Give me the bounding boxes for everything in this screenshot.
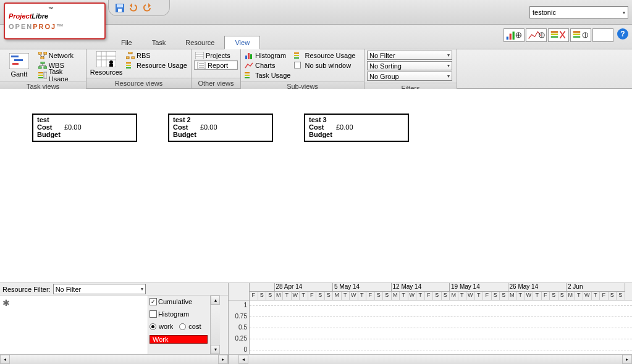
day-cell: W [292,292,300,300]
charts-button[interactable]: Charts [243,60,292,70]
resource-usage-sub-button[interactable]: Resource Usage [293,51,356,60]
week-band: 2 Jun [567,283,625,292]
resource-usage-icon [126,62,135,69]
sorting-selector[interactable]: No Sorting▾ [367,61,452,70]
svg-rect-17 [573,34,580,35]
resources-button[interactable]: Resources [89,51,124,77]
menu-task[interactable]: Task [142,36,176,49]
scroll-left-icon[interactable]: ◂ [0,355,10,364]
day-cell: S [375,292,384,300]
left-hscroll[interactable]: ◂ ▸ [0,354,228,364]
group-selector[interactable]: No Group▾ [367,72,452,81]
right-hscroll[interactable]: ◂ ▸ [229,354,632,364]
svg-rect-49 [126,57,129,59]
ribbon: Gantt Network WBS Task Usage Task views … [0,49,632,89]
svg-rect-27 [41,57,44,59]
histogram-button[interactable]: Histogram [243,51,292,60]
svg-rect-62 [248,53,250,59]
svg-rect-40 [44,72,47,78]
day-cell: M [275,292,284,300]
project-selector[interactable]: testonic ▾ [529,6,628,19]
svg-rect-16 [573,31,580,32]
network-button[interactable]: Network [37,51,83,60]
menu-resource[interactable]: Resource [175,36,224,49]
rbs-button[interactable]: RBS [125,51,188,60]
resource-filter-label: Resource Filter: [2,286,51,293]
work-radio[interactable] [150,323,156,330]
svg-rect-47 [109,64,113,67]
scroll-right-icon[interactable]: ▸ [218,355,228,364]
no-sub-window-checkbox-icon [294,62,301,68]
day-cell: T [458,292,467,300]
usage-view-icon[interactable] [548,28,569,42]
main-menu: File Task Resource View [111,25,260,49]
resource-usage-button[interactable]: Resource Usage [125,60,188,70]
scroll-left-icon[interactable]: ◂ [238,355,248,364]
rbs-icon [126,52,135,59]
cost-radio[interactable] [179,323,186,330]
options-scrollbar[interactable]: ▴ ▾ [210,296,220,354]
scroll-up-icon[interactable]: ▴ [211,296,220,305]
chart-view-icon[interactable] [503,28,525,42]
day-cell: M [450,292,458,300]
help-button[interactable]: ? [617,28,628,39]
report-canvas[interactable]: test Cost£0.00 Budget test 2 Cost£0.00 B… [0,89,632,280]
work-series-label[interactable]: Work [150,335,208,344]
quick-access-toolbar [108,0,170,16]
save-icon[interactable] [115,3,125,13]
day-cell: T [516,292,525,300]
histogram-view-icon[interactable] [526,28,547,42]
resource-usage-view-icon[interactable] [570,28,591,42]
resource-list-item[interactable]: ✱ [2,298,10,308]
no-sub-window-button[interactable]: No sub window [293,60,356,70]
task-usage-button[interactable]: Task Usage [37,70,83,80]
task-node[interactable]: test 2 Cost£0.00 Budget [168,114,273,142]
day-cell: W [525,292,534,300]
svg-rect-50 [132,57,135,59]
chevron-down-icon: ▾ [141,286,143,292]
day-cell: F [483,292,492,300]
svg-rect-32 [44,67,47,68]
task-usage-sub-button[interactable]: Task Usage [243,70,292,80]
cumulative-checkbox[interactable]: ✓Cumulative [150,298,209,305]
histogram-checkbox[interactable]: Histogram [150,310,209,318]
blank-view-icon[interactable] [592,28,613,42]
resource-list[interactable]: ✱ [0,296,148,354]
chevron-down-icon: ▾ [447,63,450,68]
svg-rect-68 [294,55,299,56]
report-button[interactable]: Report [194,60,238,70]
group-label-other-views: Other views [192,78,240,88]
svg-rect-23 [14,59,23,61]
gantt-label: Gantt [11,70,27,78]
redo-icon[interactable] [142,3,152,13]
day-cell: T [475,292,484,300]
week-band: 26 May 14 [508,283,567,292]
svg-rect-63 [250,54,252,59]
gantt-button[interactable]: Gantt [2,51,36,80]
filter-selector[interactable]: No Filter▾ [367,51,452,60]
projects-button[interactable]: Projects [194,51,238,60]
chevron-down-icon: ▾ [447,52,450,58]
svg-rect-24 [12,63,19,65]
resource-filter-selector[interactable]: No Filter▾ [53,284,146,294]
week-band: 5 May 14 [333,283,392,292]
day-cell: T [533,292,542,300]
chart-grid[interactable] [250,300,632,354]
svg-rect-65 [245,75,250,76]
resources-label: Resources [90,68,123,76]
scroll-right-icon[interactable]: ▸ [622,355,632,364]
scroll-down-icon[interactable]: ▾ [211,345,220,354]
task-node[interactable]: test 3 Cost£0.00 Budget [304,114,409,142]
svg-rect-48 [129,52,132,54]
task-node[interactable]: test Cost£0.00 Budget [32,114,137,142]
project-selector-value: testonic [533,9,556,16]
svg-rect-30 [41,62,44,64]
menu-file[interactable]: File [111,36,142,49]
day-cell: W [350,292,358,300]
wbs-icon [38,62,47,69]
svg-rect-4 [510,34,512,40]
task-usage-icon [38,72,47,79]
menu-view[interactable]: View [224,36,260,49]
svg-rect-26 [44,52,47,54]
undo-icon[interactable] [129,3,138,13]
